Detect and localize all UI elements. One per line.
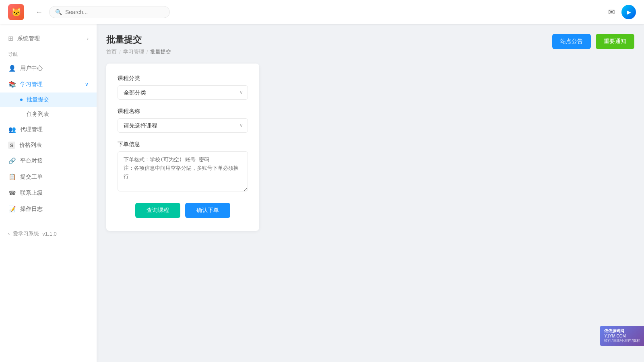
version-arrow: ›: [8, 231, 10, 237]
form-card: 课程分类 全部分类 ∨ 课程名称 请先选择课程 ∨: [106, 64, 259, 231]
sidebar-label-submit-form: 提交工单: [20, 173, 43, 181]
logo: 🐱: [8, 4, 24, 20]
order-label: 下单信息: [118, 141, 248, 148]
page-header: 批量提交 首页 / 学习管理 / 批量提交 站点公告 重要通知: [106, 34, 634, 56]
price-icon: S: [8, 142, 15, 149]
badge-domain: Y1YM.COM: [604, 334, 640, 338]
header: 🐱 ← 🔍 ✉ ▶: [0, 0, 644, 24]
sidebar-item-operation-log[interactable]: 📝 操作日志: [0, 201, 97, 217]
nav-label: 导航: [0, 46, 97, 60]
sys-arrow-icon: ›: [87, 36, 89, 41]
sidebar-item-platform[interactable]: 🔗 平台对接: [0, 153, 97, 169]
sidebar-version[interactable]: › 爱学习系统 v1.1.0: [0, 225, 97, 242]
sidebar-label-batch-submit: 批量提交: [27, 96, 49, 103]
badge-title: 依依源码网: [604, 328, 640, 334]
sidebar-label-task-list: 任务列表: [27, 111, 49, 118]
form-actions: 查询课程 确认下单: [118, 203, 248, 218]
submit-icon: 📋: [8, 173, 16, 181]
sidebar-item-task-list[interactable]: 任务列表: [0, 107, 97, 121]
course-select[interactable]: 请先选择课程: [118, 118, 248, 133]
study-icon: 📚: [8, 80, 16, 88]
agent-icon: 👥: [8, 125, 16, 134]
breadcrumb-home[interactable]: 首页: [106, 48, 117, 56]
badge-desc: 软件/游戏/小程序/摄材: [604, 338, 640, 343]
sidebar-label-price-list: 价格列表: [19, 142, 42, 149]
breadcrumb-study-mgmt[interactable]: 学习管理: [123, 48, 144, 56]
logo-icon: 🐱: [11, 7, 21, 17]
sidebar-sys-mgmt[interactable]: ⊞ 系统管理 ›: [0, 31, 97, 46]
version-number: v1.1.0: [42, 231, 56, 237]
sidebar-item-contact-up[interactable]: ☎ 联系上级: [0, 185, 97, 201]
category-select[interactable]: 全部分类: [118, 85, 248, 100]
active-dot: [20, 99, 23, 101]
log-icon: 📝: [8, 205, 16, 213]
announcement-button[interactable]: 站点公告: [552, 34, 591, 49]
video-icon: ▶: [627, 9, 631, 15]
corner-badge: 依依源码网 Y1YM.COM 软件/游戏/小程序/摄材: [600, 326, 644, 346]
order-textarea[interactable]: [118, 151, 248, 191]
sys-mgmt-label: 系统管理: [17, 35, 40, 42]
sidebar-label-operation-log: 操作日志: [20, 206, 43, 213]
category-label: 课程分类: [118, 75, 248, 82]
study-expand-icon: ∨: [85, 82, 89, 87]
search-bar: 🔍: [49, 6, 170, 18]
breadcrumb-current: 批量提交: [150, 48, 171, 56]
confirm-button[interactable]: 确认下单: [185, 203, 230, 218]
video-button[interactable]: ▶: [621, 5, 636, 19]
header-right: ✉ ▶: [608, 5, 636, 19]
mail-icon[interactable]: ✉: [608, 7, 615, 17]
platform-icon: 🔗: [8, 157, 16, 165]
sidebar-label-agent-mgmt: 代理管理: [20, 126, 43, 133]
grid-icon: ⊞: [8, 35, 13, 42]
version-label: 爱学习系统: [13, 230, 39, 237]
user-icon: 👤: [8, 64, 16, 72]
order-group: 下单信息: [118, 141, 248, 193]
main-content: 批量提交 首页 / 学习管理 / 批量提交 站点公告 重要通知 课程分类: [97, 24, 644, 362]
breadcrumb-sep-2: /: [147, 49, 148, 55]
notification-button[interactable]: 重要通知: [596, 34, 634, 49]
sidebar-label-contact-up: 联系上级: [20, 189, 43, 197]
page-title: 批量提交: [106, 34, 171, 46]
breadcrumb: 首页 / 学习管理 / 批量提交: [106, 48, 171, 56]
search-input[interactable]: [65, 9, 164, 15]
sidebar-item-submit-form[interactable]: 📋 提交工单: [0, 169, 97, 185]
breadcrumb-sep-1: /: [119, 49, 121, 55]
sidebar-item-user-center[interactable]: 👤 用户中心: [0, 60, 97, 76]
category-group: 课程分类 全部分类 ∨: [118, 75, 248, 100]
back-button[interactable]: ←: [32, 6, 46, 18]
sidebar-label-platform: 平台对接: [20, 157, 43, 165]
search-icon: 🔍: [55, 9, 62, 15]
sidebar-label-user-center: 用户中心: [20, 65, 43, 72]
sidebar-item-study-mgmt[interactable]: 📚 学习管理 ∨: [0, 76, 97, 93]
sidebar-label-study-mgmt: 学习管理: [20, 81, 43, 88]
header-buttons: 站点公告 重要通知: [552, 34, 634, 49]
sidebar-item-batch-submit[interactable]: 批量提交: [0, 93, 97, 107]
course-label: 课程名称: [118, 108, 248, 115]
sidebar: ⊞ 系统管理 › 导航 👤 用户中心 📚 学习管理 ∨ 批量提交 任务列表 👥: [0, 24, 97, 362]
contact-icon: ☎: [8, 189, 16, 197]
query-button[interactable]: 查询课程: [135, 203, 180, 218]
course-group: 课程名称 请先选择课程 ∨: [118, 108, 248, 133]
sidebar-item-agent-mgmt[interactable]: 👥 代理管理: [0, 121, 97, 138]
course-select-wrapper: 请先选择课程 ∨: [118, 118, 248, 133]
layout: ⊞ 系统管理 › 导航 👤 用户中心 📚 学习管理 ∨ 批量提交 任务列表 👥: [0, 24, 644, 362]
sidebar-item-price-list[interactable]: S 价格列表: [0, 138, 97, 153]
category-select-wrapper: 全部分类 ∨: [118, 85, 248, 100]
